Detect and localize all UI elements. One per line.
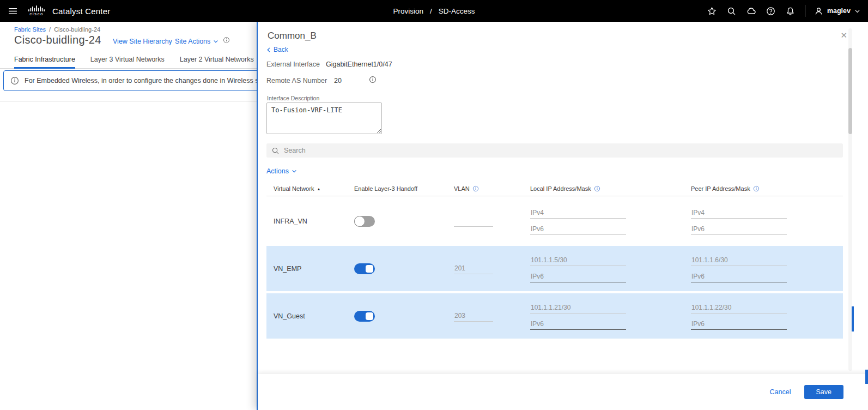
handoff-cell: [354, 311, 454, 322]
toggle-knob: [366, 312, 373, 320]
back-label: Back: [274, 46, 288, 53]
cancel-button[interactable]: Cancel: [770, 388, 791, 396]
vlan-input[interactable]: [454, 311, 493, 322]
top-breadcrumb: Provision / SD-Access: [393, 7, 475, 15]
vlan-input[interactable]: [454, 216, 493, 227]
breadcrumb-current: Cisco-buidling-24: [54, 26, 100, 33]
column-virtual-network[interactable]: Virtual Network ▲: [266, 185, 354, 192]
peer-ipv6-input[interactable]: [691, 272, 787, 282]
scroll-position-marker: [865, 370, 868, 384]
save-button[interactable]: Save: [804, 385, 844, 399]
topbar-actions: maglev: [707, 5, 860, 17]
handoff-cell: [354, 263, 454, 274]
tab-fabric-infrastructure[interactable]: Fabric Infrastructure: [14, 52, 75, 69]
site-actions-dropdown[interactable]: Site Actions: [175, 38, 218, 45]
interface-description-input[interactable]: To-Fusion-VRF-LITE: [266, 102, 382, 134]
layer3-handoff-toggle[interactable]: [354, 263, 375, 274]
vlan-input[interactable]: [454, 263, 493, 274]
column-label: VLAN: [454, 185, 470, 192]
site-actions-label: Site Actions: [175, 38, 210, 45]
page-title: Cisco-buidling-24: [14, 34, 101, 46]
toggle-knob: [366, 265, 373, 273]
help-button[interactable]: [766, 5, 776, 16]
peer-ipv6-input[interactable]: [691, 224, 787, 235]
handoff-cell: [354, 216, 454, 227]
sort-ascending-icon[interactable]: ▲: [317, 187, 320, 191]
username: maglev: [827, 7, 851, 15]
actions-dropdown[interactable]: Actions: [266, 167, 297, 175]
column-peer-ip: Peer IP Address/Mask: [691, 185, 843, 192]
local-ipv6-input[interactable]: [530, 224, 626, 235]
banner-info-icon: [10, 76, 19, 85]
panel-scrollbar-thumb[interactable]: [848, 48, 852, 134]
peer-ipv4-input[interactable]: [691, 208, 787, 219]
local-ip-cell: [530, 255, 691, 282]
app-title: Catalyst Center: [52, 7, 110, 16]
hamburger-menu-icon[interactable]: [5, 4, 20, 18]
search-bar: [266, 143, 843, 158]
breadcrumb-fabric-sites[interactable]: Fabric Sites: [14, 26, 46, 33]
table-row-vn-guest: VN_Guest: [266, 293, 843, 339]
star-icon: [707, 7, 717, 16]
external-interface-label: External Interface: [266, 61, 320, 68]
cloud-icon: [746, 6, 756, 16]
tab-layer2-virtual-networks[interactable]: Layer 2 Virtual Networks: [180, 52, 254, 69]
vlan-cell: [454, 263, 530, 274]
peer-ip-cell: [691, 208, 843, 235]
peer-ipv4-input[interactable]: [691, 255, 787, 266]
tab-layer3-virtual-networks[interactable]: Layer 3 Virtual Networks: [90, 52, 165, 69]
remote-as-info-icon[interactable]: [369, 76, 377, 83]
local-ipv4-input[interactable]: [530, 303, 626, 313]
search-input[interactable]: [284, 147, 838, 154]
virtual-network-name: VN_EMP: [266, 265, 354, 273]
bell-icon: [786, 7, 795, 16]
global-search-button[interactable]: [726, 5, 737, 16]
nav-provision-link[interactable]: Provision: [393, 7, 423, 15]
remote-as-label: Remote AS Number: [266, 77, 327, 85]
notifications-button[interactable]: [785, 5, 796, 16]
layer3-handoff-toggle[interactable]: [354, 216, 375, 227]
site-info-icon[interactable]: [223, 37, 230, 44]
column-label: Virtual Network: [274, 185, 314, 192]
nav-separator: /: [430, 7, 432, 15]
hamburger-glyph: [8, 7, 17, 16]
column-label: Peer IP Address/Mask: [691, 185, 750, 192]
close-icon[interactable]: ✕: [840, 31, 847, 39]
peer-ipv4-input[interactable]: [691, 303, 787, 313]
nav-sd-access-link[interactable]: SD-Access: [439, 7, 475, 15]
search-icon: [271, 147, 280, 155]
user-menu[interactable]: maglev: [814, 7, 860, 16]
table-header: Virtual Network ▲ Enable Layer-3 Handoff…: [266, 185, 843, 196]
column-local-ip: Local IP Address/Mask: [530, 185, 691, 192]
scroll-position-marker: [852, 306, 854, 331]
vlan-cell: [454, 310, 530, 322]
favorites-button[interactable]: [707, 5, 718, 16]
view-site-hierarchy-link[interactable]: View Site Hierarchy: [113, 38, 172, 45]
local-ipv6-input[interactable]: [530, 272, 626, 282]
peer-ip-info-icon[interactable]: [753, 185, 760, 192]
table-row-infra-vn: INFRA_VN: [266, 198, 843, 244]
panel-footer: Cancel Save: [258, 374, 868, 410]
back-link[interactable]: Back: [266, 46, 288, 53]
layer3-handoff-toggle[interactable]: [354, 311, 375, 322]
cloud-button[interactable]: [746, 5, 757, 16]
virtual-networks-table: Virtual Network ▲ Enable Layer-3 Handoff…: [266, 185, 843, 339]
vlan-info-icon[interactable]: [472, 185, 479, 192]
local-ipv4-input[interactable]: [530, 208, 626, 219]
external-interface-value: GigabitEthernet1/0/47: [326, 61, 392, 68]
local-ipv4-input[interactable]: [530, 255, 626, 266]
local-ip-info-icon[interactable]: [594, 185, 600, 192]
panel-title: Common_B: [268, 31, 317, 41]
column-vlan: VLAN: [454, 185, 530, 192]
interface-description-label: Interface Description: [267, 95, 319, 101]
search-icon: [727, 7, 736, 16]
cisco-logo-bars: [28, 5, 45, 11]
chevron-down-icon: [213, 39, 218, 44]
peer-ip-cell: [691, 303, 843, 330]
top-app-bar: cisco Catalyst Center Provision / SD-Acc…: [0, 0, 868, 22]
vlan-cell: [454, 215, 530, 227]
peer-ipv6-input[interactable]: [691, 319, 787, 330]
chevron-down-icon: [854, 8, 860, 14]
local-ipv6-input[interactable]: [530, 319, 626, 330]
cisco-logo-text: cisco: [29, 12, 44, 16]
